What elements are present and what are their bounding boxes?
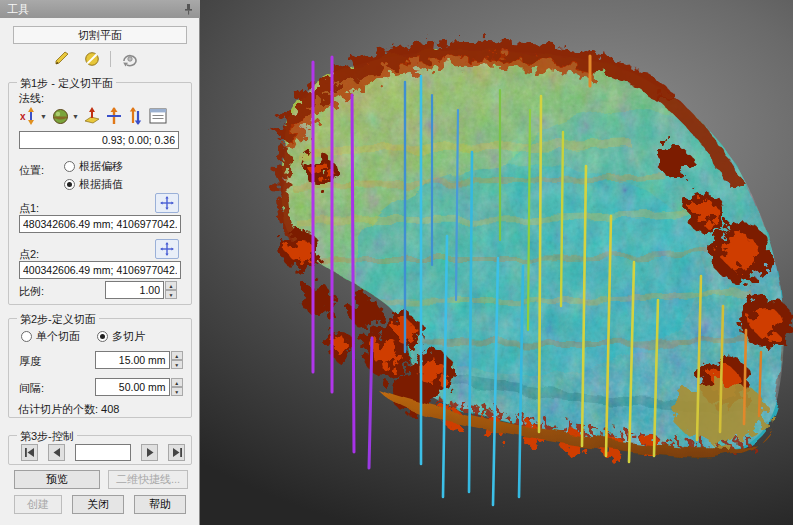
- spacing-input[interactable]: [95, 378, 170, 396]
- panel-titlebar[interactable]: 工具: [0, 0, 200, 18]
- pick-point2-button[interactable]: [155, 239, 179, 259]
- scale-label: 比例:: [19, 284, 44, 299]
- thickness-label: 厚度: [19, 354, 41, 369]
- point1-field[interactable]: [19, 215, 181, 233]
- step3-group: 第3步-控制: [8, 435, 192, 465]
- thickness-up-button[interactable]: ▲: [171, 351, 183, 360]
- orbit-icon[interactable]: [118, 49, 140, 69]
- normal-vector-field[interactable]: [19, 131, 179, 149]
- scale-spinner: ▲ ▼: [105, 281, 177, 299]
- chevron-down-icon[interactable]: ▼: [72, 113, 79, 120]
- drill-line: [352, 95, 354, 452]
- x-axis-icon[interactable]: x: [19, 107, 38, 125]
- plane-pick-icon[interactable]: [83, 107, 102, 125]
- crosshair-icon: [160, 242, 174, 256]
- help-button[interactable]: 帮助: [134, 495, 186, 514]
- normal-icon-toolbar: x ▼ ▼: [19, 107, 168, 125]
- point2-label: 点2:: [19, 247, 39, 262]
- spacing-down-button[interactable]: ▼: [171, 387, 183, 396]
- thickness-input[interactable]: [95, 351, 170, 369]
- axis-cross-icon[interactable]: [105, 107, 124, 125]
- crosshair-icon: [160, 196, 174, 210]
- panel-title: 工具: [7, 2, 29, 17]
- svg-text:x: x: [20, 111, 26, 122]
- preview-button[interactable]: 预览: [14, 470, 100, 489]
- radio-multi-slice[interactable]: 多切片: [97, 329, 145, 344]
- next-slice-button[interactable]: [141, 444, 158, 461]
- application-window: 工具 切割平面: [0, 0, 793, 525]
- point1-label: 点1:: [19, 201, 39, 216]
- step1-label: 第1步 - 定义切平面: [17, 76, 116, 91]
- pick-point1-button[interactable]: [155, 193, 179, 213]
- last-slice-button[interactable]: [168, 444, 185, 461]
- circle-slash-icon[interactable]: [81, 49, 103, 69]
- viewport-3d[interactable]: [200, 0, 793, 525]
- spacing-up-button[interactable]: ▲: [171, 378, 183, 387]
- scale-down-button[interactable]: ▼: [165, 290, 177, 299]
- step3-label: 第3步-控制: [17, 429, 77, 444]
- sphere-icon[interactable]: [51, 107, 70, 125]
- radio-by-value[interactable]: 根据插值: [64, 177, 123, 192]
- create-button[interactable]: 创建: [14, 495, 62, 514]
- scale-up-button[interactable]: ▲: [165, 281, 177, 290]
- first-slice-button[interactable]: [21, 444, 38, 461]
- position-label: 位置:: [19, 163, 44, 178]
- slice-index-field[interactable]: [75, 444, 131, 461]
- panel-toolbar: [52, 48, 140, 70]
- slice-estimate-text: 估计切片的个数: 408: [18, 402, 119, 417]
- scale-input[interactable]: [105, 281, 164, 299]
- normal-label: 法线:: [19, 91, 44, 106]
- point2-field[interactable]: [19, 261, 181, 279]
- spacing-label: 间隔:: [19, 381, 44, 396]
- toolbar-separator: [110, 51, 111, 67]
- chevron-down-icon[interactable]: ▼: [40, 113, 47, 120]
- close-button[interactable]: 关闭: [72, 495, 124, 514]
- shortcut-2d-button[interactable]: 二维快捷线...: [108, 470, 188, 489]
- step2-label: 第2步-定义切面: [17, 312, 99, 327]
- viewport-canvas: [200, 0, 793, 525]
- spacing-spinner: ▲ ▼: [95, 378, 183, 396]
- thickness-spinner: ▲ ▼: [95, 351, 183, 369]
- point-cloud-model: [270, 40, 792, 470]
- previous-slice-button[interactable]: [48, 444, 65, 461]
- thickness-down-button[interactable]: ▼: [171, 360, 183, 369]
- dialog-icon[interactable]: [149, 107, 168, 125]
- flip-normal-icon[interactable]: [127, 107, 146, 125]
- step1-group: 第1步 - 定义切平面 法线: x ▼: [8, 82, 192, 305]
- pin-icon[interactable]: [184, 3, 193, 15]
- tool-header: 切割平面: [13, 26, 187, 44]
- slice-player: [21, 444, 185, 461]
- edit-icon[interactable]: [52, 49, 74, 69]
- tools-panel: 工具 切割平面: [0, 0, 200, 525]
- radio-single-section[interactable]: 单个切面: [21, 329, 80, 344]
- radio-by-offset[interactable]: 根据偏移: [64, 159, 123, 174]
